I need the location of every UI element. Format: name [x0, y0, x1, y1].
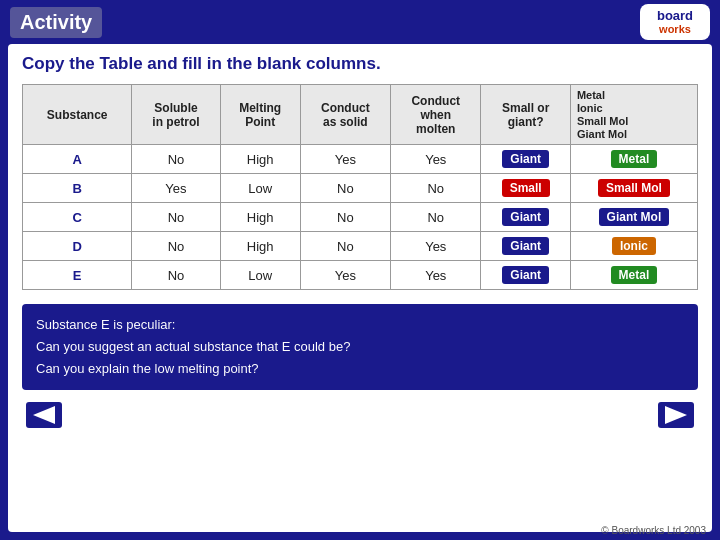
cell-substance: D: [23, 232, 132, 261]
cell-soluble: No: [132, 203, 220, 232]
cell-conduct-solid: No: [300, 232, 390, 261]
data-table: Substance Solublein petrol MeltingPoint …: [22, 84, 698, 290]
cell-conduct-molten: No: [391, 203, 481, 232]
table-row: D No High No Yes Giant Ionic: [23, 232, 698, 261]
col-type: Metal Ionic Small Mol Giant Mol: [570, 85, 697, 145]
cell-soluble: No: [132, 145, 220, 174]
cell-small-giant: Giant: [481, 232, 570, 261]
col-soluble: Solublein petrol: [132, 85, 220, 145]
header: Activity board works: [0, 0, 720, 44]
cell-conduct-solid: No: [300, 174, 390, 203]
table-row: E No Low Yes Yes Giant Metal: [23, 261, 698, 290]
note-line2: Can you suggest an actual substance that…: [36, 336, 684, 358]
note-line1: Substance E is peculiar:: [36, 314, 684, 336]
navigation: [22, 400, 698, 428]
cell-melting: High: [220, 232, 300, 261]
cell-conduct-solid: Yes: [300, 261, 390, 290]
col-conduct-solid: Conductas solid: [300, 85, 390, 145]
cell-soluble: No: [132, 232, 220, 261]
cell-substance: B: [23, 174, 132, 203]
cell-small-giant: Giant: [481, 261, 570, 290]
logo-board: board: [657, 9, 693, 23]
cell-substance: E: [23, 261, 132, 290]
page-title: Activity: [10, 7, 102, 38]
cell-melting: Low: [220, 261, 300, 290]
table-row: C No High No No Giant Giant Mol: [23, 203, 698, 232]
note-line3: Can you explain the low melting point?: [36, 358, 684, 380]
subtitle: Copy the Table and fill in the blank col…: [22, 54, 698, 74]
note-box: Substance E is peculiar: Can you suggest…: [22, 304, 698, 390]
cell-type: Ionic: [570, 232, 697, 261]
svg-marker-0: [33, 406, 55, 424]
cell-melting: Low: [220, 174, 300, 203]
col-substance: Substance: [23, 85, 132, 145]
cell-small-giant: Giant: [481, 145, 570, 174]
logo-works: works: [659, 23, 691, 35]
cell-conduct-molten: Yes: [391, 232, 481, 261]
copyright: © Boardworks Ltd 2003: [601, 525, 706, 536]
cell-conduct-molten: Yes: [391, 145, 481, 174]
table-row: B Yes Low No No Small Small Mol: [23, 174, 698, 203]
next-button[interactable]: [658, 402, 694, 428]
cell-melting: High: [220, 203, 300, 232]
col-melting: MeltingPoint: [220, 85, 300, 145]
col-small-giant: Small orgiant?: [481, 85, 570, 145]
cell-type: Metal: [570, 261, 697, 290]
cell-conduct-solid: No: [300, 203, 390, 232]
cell-soluble: Yes: [132, 174, 220, 203]
cell-conduct-molten: No: [391, 174, 481, 203]
cell-conduct-solid: Yes: [300, 145, 390, 174]
cell-type: Small Mol: [570, 174, 697, 203]
main-content: Copy the Table and fill in the blank col…: [8, 44, 712, 532]
option-ionic: Ionic: [577, 102, 691, 114]
cell-type: Metal: [570, 145, 697, 174]
col-conduct-molten: Conductwhenmolten: [391, 85, 481, 145]
prev-button[interactable]: [26, 402, 62, 428]
cell-substance: C: [23, 203, 132, 232]
cell-soluble: No: [132, 261, 220, 290]
cell-substance: A: [23, 145, 132, 174]
cell-type: Giant Mol: [570, 203, 697, 232]
option-metal: Metal: [577, 89, 691, 101]
logo: board works: [640, 4, 710, 40]
option-giant-mol: Giant Mol: [577, 128, 691, 140]
svg-marker-1: [665, 406, 687, 424]
cell-melting: High: [220, 145, 300, 174]
table-row: A No High Yes Yes Giant Metal: [23, 145, 698, 174]
cell-small-giant: Small: [481, 174, 570, 203]
cell-conduct-molten: Yes: [391, 261, 481, 290]
cell-small-giant: Giant: [481, 203, 570, 232]
option-small-mol: Small Mol: [577, 115, 691, 127]
